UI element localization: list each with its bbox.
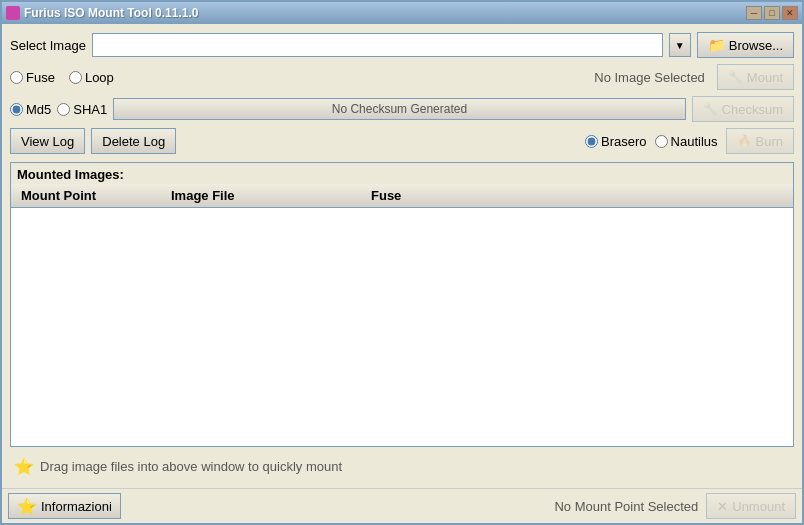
fuse-label: Fuse <box>26 70 55 85</box>
main-window: Furius ISO Mount Tool 0.11.1.0 ─ □ ✕ Sel… <box>0 0 804 525</box>
brasero-radio[interactable] <box>585 135 598 148</box>
checksum-bar-text: No Checksum Generated <box>332 102 467 116</box>
browse-button[interactable]: 📁 Browse... <box>697 32 794 58</box>
fuse-radio[interactable] <box>10 71 23 84</box>
mounted-images-section: Mounted Images: Mount Point Image File F… <box>10 162 794 447</box>
title-bar: Furius ISO Mount Tool 0.11.1.0 ─ □ ✕ <box>2 2 802 24</box>
col-header-image-file: Image File <box>165 186 365 205</box>
mount-button[interactable]: 🔧 Mount <box>717 64 794 90</box>
checksum-row: Md5 SHA1 No Checksum Generated 🔧 Checksu… <box>10 96 794 122</box>
view-log-label: View Log <box>21 134 74 149</box>
section-title: Mounted Images: <box>11 163 793 184</box>
informazioni-button[interactable]: ⭐ Informazioni <box>8 493 121 519</box>
fuse-radio-item[interactable]: Fuse <box>10 70 55 85</box>
unmount-button[interactable]: ✕ Unmount <box>706 493 796 519</box>
content-area: Select Image ▼ 📁 Browse... Fuse Loop <box>2 24 802 488</box>
image-status-text: No Image Selected <box>120 70 711 85</box>
nautilus-radio-item[interactable]: Nautilus <box>655 134 718 149</box>
dropdown-arrow-icon: ▼ <box>675 40 685 51</box>
folder-icon: 📁 <box>708 37 725 53</box>
loop-radio[interactable] <box>69 71 82 84</box>
burn-button[interactable]: 🔥 Burn <box>726 128 794 154</box>
minimize-button[interactable]: ─ <box>746 6 762 20</box>
nautilus-label: Nautilus <box>671 134 718 149</box>
fuse-loop-radio-group: Fuse Loop <box>10 70 114 85</box>
image-path-input[interactable] <box>92 33 663 57</box>
brasero-radio-item[interactable]: Brasero <box>585 134 647 149</box>
unmount-icon: ✕ <box>717 499 728 514</box>
close-button[interactable]: ✕ <box>782 6 798 20</box>
title-bar-left: Furius ISO Mount Tool 0.11.1.0 <box>6 6 198 20</box>
md5-label: Md5 <box>26 102 51 117</box>
title-bar-buttons: ─ □ ✕ <box>746 6 798 20</box>
burn-options-row: Brasero Nautilus 🔥 Burn <box>491 128 794 154</box>
no-mount-selected-text: No Mount Point Selected <box>554 499 698 514</box>
checksum-button[interactable]: 🔧 Checksum <box>692 96 794 122</box>
drag-hint-row: ⭐ Drag image files into above window to … <box>10 453 794 480</box>
nautilus-radio[interactable] <box>655 135 668 148</box>
select-image-row: Select Image ▼ 📁 Browse... <box>10 32 794 58</box>
col-header-mount-point: Mount Point <box>15 186 165 205</box>
brasero-label: Brasero <box>601 134 647 149</box>
sha1-label: SHA1 <box>73 102 107 117</box>
informazioni-label: Informazioni <box>41 499 112 514</box>
unmount-label: Unmount <box>732 499 785 514</box>
col-header-fuse: Fuse <box>365 186 789 205</box>
burn-label: Burn <box>756 134 783 149</box>
table-header: Mount Point Image File Fuse <box>11 184 793 208</box>
checksum-progress-bar: No Checksum Generated <box>113 98 685 120</box>
informazioni-icon: ⭐ <box>17 497 37 516</box>
loop-radio-item[interactable]: Loop <box>69 70 114 85</box>
loop-label: Loop <box>85 70 114 85</box>
view-log-button[interactable]: View Log <box>10 128 85 154</box>
burn-icon: 🔥 <box>737 134 752 148</box>
sha1-radio[interactable] <box>57 103 70 116</box>
checksum-label: Checksum <box>722 102 783 117</box>
fuse-loop-row: Fuse Loop No Image Selected 🔧 Mount <box>10 64 794 90</box>
window-title: Furius ISO Mount Tool 0.11.1.0 <box>24 6 198 20</box>
dropdown-arrow-button[interactable]: ▼ <box>669 33 691 57</box>
delete-log-button[interactable]: Delete Log <box>91 128 176 154</box>
mount-icon: 🔧 <box>728 70 743 84</box>
drag-hint-text: Drag image files into above window to qu… <box>40 459 342 474</box>
delete-log-label: Delete Log <box>102 134 165 149</box>
table-body <box>11 208 793 446</box>
mount-label: Mount <box>747 70 783 85</box>
sha1-radio-item[interactable]: SHA1 <box>57 102 107 117</box>
log-burn-row: View Log Delete Log Brasero Nautilus 🔥 B… <box>10 128 794 154</box>
checksum-icon: 🔧 <box>703 102 718 116</box>
browse-label: Browse... <box>729 38 783 53</box>
md5-radio-item[interactable]: Md5 <box>10 102 51 117</box>
app-icon <box>6 6 20 20</box>
md5-radio[interactable] <box>10 103 23 116</box>
bottom-right: No Mount Point Selected ✕ Unmount <box>554 493 796 519</box>
maximize-button[interactable]: □ <box>764 6 780 20</box>
drag-hint-icon: ⭐ <box>14 457 34 476</box>
bottom-bar: ⭐ Informazioni No Mount Point Selected ✕… <box>2 488 802 523</box>
select-image-label: Select Image <box>10 38 86 53</box>
